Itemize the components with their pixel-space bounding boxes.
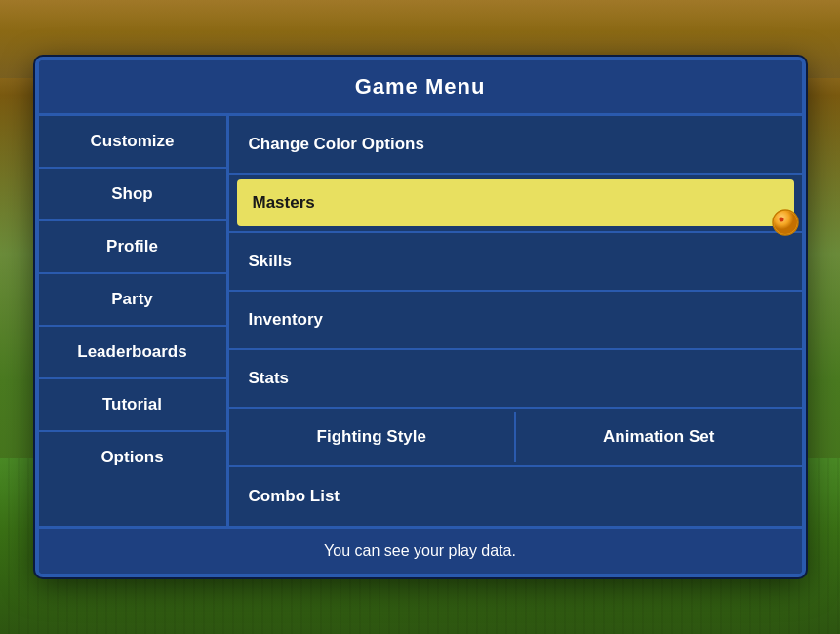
content-row-4: Inventory <box>229 292 802 350</box>
menu-title: Game Menu <box>39 60 802 116</box>
nav-item-party[interactable]: Party <box>39 274 226 327</box>
content-item-animation-set[interactable]: Animation Set <box>514 412 802 462</box>
left-nav: Customize Shop Profile Party Leaderboard… <box>39 116 229 526</box>
nav-item-options[interactable]: Options <box>39 432 226 483</box>
nav-item-customize[interactable]: Customize <box>39 116 226 169</box>
content-item-fighting-style[interactable]: Fighting Style <box>229 412 515 462</box>
content-row-3: Skills <box>229 233 802 292</box>
content-item-skills[interactable]: Skills <box>229 236 802 287</box>
content-item-stats[interactable]: Stats <box>229 353 802 404</box>
dragonball-icon <box>772 209 799 236</box>
svg-point-1 <box>774 211 797 234</box>
content-item-inventory[interactable]: Inventory <box>229 295 802 345</box>
game-menu: Game Menu Customize Shop Profile Party L… <box>35 57 806 577</box>
menu-footer: You can see your play data. <box>39 526 802 574</box>
content-row-5: Stats <box>229 350 802 409</box>
nav-item-profile[interactable]: Profile <box>39 221 226 274</box>
nav-item-tutorial[interactable]: Tutorial <box>39 379 226 432</box>
svg-point-2 <box>779 218 783 222</box>
content-item-combo-list[interactable]: Combo List <box>229 471 802 522</box>
content-row-2: Masters <box>229 175 802 233</box>
content-row-7: Combo List <box>229 467 802 526</box>
content-item-masters[interactable]: Masters <box>237 179 794 226</box>
content-row-6: Fighting Style Animation Set <box>229 409 802 467</box>
nav-item-shop[interactable]: Shop <box>39 169 226 221</box>
content-row-1: Change Color Options <box>229 116 802 175</box>
content-item-change-color[interactable]: Change Color Options <box>229 119 802 170</box>
nav-item-leaderboards[interactable]: Leaderboards <box>39 327 226 379</box>
right-content: Change Color Options Masters <box>229 116 802 526</box>
menu-body: Customize Shop Profile Party Leaderboard… <box>39 116 802 526</box>
